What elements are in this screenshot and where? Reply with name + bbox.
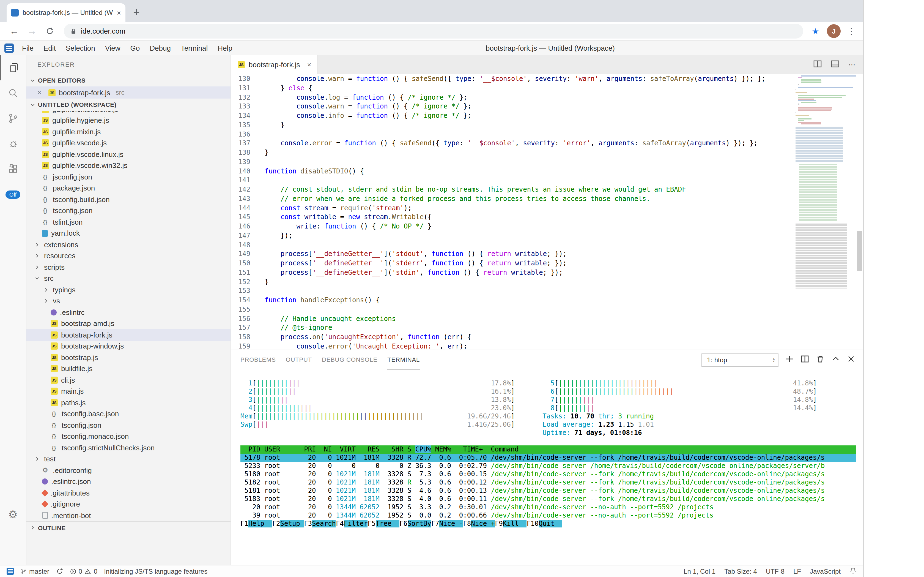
tree-item-gulpfile.vscode.linux.js[interactable]: JSgulpfile.vscode.linux.js: [26, 149, 230, 160]
tree-item-.mention-bot[interactable]: .mention-bot: [26, 510, 230, 521]
tree-item-scripts[interactable]: scripts: [26, 261, 230, 273]
tree-item-typings[interactable]: typings: [26, 284, 230, 295]
outline-header[interactable]: OUTLINE: [26, 521, 230, 533]
menu-selection[interactable]: Selection: [61, 44, 100, 52]
avatar[interactable]: J: [827, 24, 840, 38]
tree-item-tsconfig.json[interactable]: {}tsconfig.json: [26, 205, 230, 216]
tab-close-icon[interactable]: ×: [117, 8, 121, 17]
tree-item-.gitattributes[interactable]: .gitattributes: [26, 487, 230, 498]
tree-item-cli.js[interactable]: JScli.js: [26, 374, 230, 386]
tree-item-bootstrap-window.js[interactable]: JSbootstrap-window.js: [26, 340, 230, 352]
split-terminal-icon[interactable]: [800, 355, 809, 365]
browser-tab[interactable]: bootstrap-fork.js — Untitled (W ×: [6, 3, 125, 22]
terminal-line: Uptime: 71 days, 01:08:16: [240, 429, 856, 437]
panel-tab-problems[interactable]: PROBLEMS: [240, 350, 276, 369]
menu-go[interactable]: Go: [125, 44, 145, 52]
browser-menu-icon[interactable]: ⋮: [847, 26, 855, 36]
forward-icon[interactable]: →: [25, 24, 39, 38]
close-icon[interactable]: ×: [37, 89, 44, 96]
explorer-icon[interactable]: [0, 55, 26, 81]
layout-icon[interactable]: [831, 60, 840, 70]
tree-item-gulpfile.mixin.js[interactable]: JSgulpfile.mixin.js: [26, 126, 230, 137]
cursor-position[interactable]: Ln 1, Col 1: [684, 567, 715, 575]
tree-item-jsconfig.json[interactable]: {}jsconfig.json: [26, 171, 230, 182]
maximize-panel-icon[interactable]: [831, 355, 840, 365]
tab-size[interactable]: Tab Size: 4: [724, 567, 757, 575]
kill-terminal-icon[interactable]: [816, 355, 825, 365]
eol[interactable]: LF: [793, 567, 801, 575]
tree-item-.eslintrc[interactable]: .eslintrc: [26, 307, 230, 318]
tree-item-paths.js[interactable]: JSpaths.js: [26, 397, 230, 408]
tree-item-tsconfig.strictNullChecks.json[interactable]: {}tsconfig.strictNullChecks.json: [26, 442, 230, 453]
tree-item-tsconfig.build.json[interactable]: {}tsconfig.build.json: [26, 194, 230, 205]
tree-item-main.js[interactable]: JSmain.js: [26, 386, 230, 397]
scrollbar-thumb[interactable]: [857, 231, 862, 271]
tree-item-resources[interactable]: resources: [26, 250, 230, 261]
open-editor-item[interactable]: × JS bootstrap-fork.js src: [26, 87, 230, 98]
status-message[interactable]: Initializing JS/TS language features: [104, 567, 207, 575]
tree-item-tsconfig.monaco.json[interactable]: {}tsconfig.monaco.json: [26, 431, 230, 442]
search-icon[interactable]: [0, 81, 26, 106]
panel-tab-output[interactable]: OUTPUT: [286, 350, 312, 369]
menu-file[interactable]: File: [17, 44, 39, 52]
tree-item-.editorconfig[interactable]: ⚙.editorconfig: [26, 465, 230, 476]
tree-item-src[interactable]: src: [26, 273, 230, 284]
close-icon[interactable]: ×: [307, 61, 311, 69]
tree-item-.eslintrc.json[interactable]: .eslintrc.json: [26, 476, 230, 487]
tree-item-.gitignore[interactable]: .gitignore: [26, 498, 230, 510]
reload-icon[interactable]: [43, 24, 56, 38]
tree-item-bootstrap.js[interactable]: JSbootstrap.js: [26, 352, 230, 363]
source-control-icon[interactable]: [0, 106, 26, 131]
debug-icon[interactable]: [0, 131, 26, 156]
language-mode[interactable]: JavaScript: [810, 567, 840, 575]
tree-item-gulpfile.extensions.js[interactable]: JSgulpfile.extensions.js: [26, 111, 230, 115]
activity-bar: Off ⚙: [0, 55, 26, 565]
menu-edit[interactable]: Edit: [39, 44, 61, 52]
terminal-picker[interactable]: 1: htop ▴▾: [701, 353, 778, 366]
new-tab-button[interactable]: +: [129, 5, 144, 20]
open-editors-header[interactable]: OPEN EDITORS: [26, 74, 230, 87]
back-icon[interactable]: ←: [8, 24, 21, 38]
terminal-content[interactable]: 1[||||||||||| 17.8%] 5[|||||||||||||||||…: [231, 369, 863, 565]
menu-view[interactable]: View: [100, 44, 125, 52]
extensions-icon[interactable]: [0, 156, 26, 182]
tree-item-bootstrap-amd.js[interactable]: JSbootstrap-amd.js: [26, 318, 230, 329]
tree-item-gulpfile.vscode.js[interactable]: JSgulpfile.vscode.js: [26, 137, 230, 149]
bell-icon[interactable]: [850, 567, 857, 575]
remote-indicator-icon[interactable]: [6, 567, 14, 575]
new-terminal-icon[interactable]: [785, 355, 794, 365]
panel-tab-terminal[interactable]: TERMINAL: [387, 350, 420, 369]
close-panel-icon[interactable]: [847, 355, 855, 365]
bookmark-star-icon[interactable]: ★: [812, 26, 819, 36]
split-editor-icon[interactable]: [813, 60, 822, 70]
panel-tab-debug-console[interactable]: DEBUG CONSOLE: [322, 350, 378, 369]
branch-indicator[interactable]: master: [20, 567, 49, 575]
status-badge[interactable]: Off: [5, 190, 20, 199]
tree-item-test[interactable]: test: [26, 453, 230, 465]
tree-item-buildfile.js[interactable]: JSbuildfile.js: [26, 363, 230, 374]
problems-indicator[interactable]: 0 0: [70, 567, 97, 575]
tree-item-package.json[interactable]: {}package.json: [26, 182, 230, 194]
tree-item-gulpfile.vscode.win32.js[interactable]: JSgulpfile.vscode.win32.js: [26, 160, 230, 171]
code-editor[interactable]: 130 console.warn = function () { safeSen…: [231, 74, 863, 350]
menu-terminal[interactable]: Terminal: [176, 44, 213, 52]
more-actions-icon[interactable]: ⋯: [848, 61, 855, 69]
tree-item-bootstrap-fork.js[interactable]: JSbootstrap-fork.js: [26, 329, 230, 340]
editor-scrollbar[interactable]: [856, 74, 863, 350]
tree-item-tsconfig.json[interactable]: {}tsconfig.json: [26, 419, 230, 431]
menu-debug[interactable]: Debug: [145, 44, 176, 52]
encoding[interactable]: UTF-8: [766, 567, 784, 575]
tree-item-gulpfile.hygiene.js[interactable]: JSgulpfile.hygiene.js: [26, 115, 230, 126]
workspace-header[interactable]: UNTITLED (WORKSPACE): [26, 98, 230, 111]
tree-item-yarn.lock[interactable]: yarn.lock: [26, 228, 230, 239]
tree-item-vs[interactable]: vs: [26, 295, 230, 307]
tree-item-tsconfig.base.json[interactable]: {}tsconfig.base.json: [26, 408, 230, 419]
menu-help[interactable]: Help: [213, 44, 238, 52]
gear-icon[interactable]: ⚙: [8, 508, 18, 521]
editor-tab[interactable]: JS bootstrap-fork.js ×: [231, 55, 317, 74]
url-bar[interactable]: ide.coder.com: [64, 24, 803, 39]
tree-item-extensions[interactable]: extensions: [26, 239, 230, 250]
sync-icon[interactable]: [56, 567, 63, 575]
tree-item-tslint.json[interactable]: {}tslint.json: [26, 216, 230, 228]
minimap[interactable]: [795, 76, 856, 288]
